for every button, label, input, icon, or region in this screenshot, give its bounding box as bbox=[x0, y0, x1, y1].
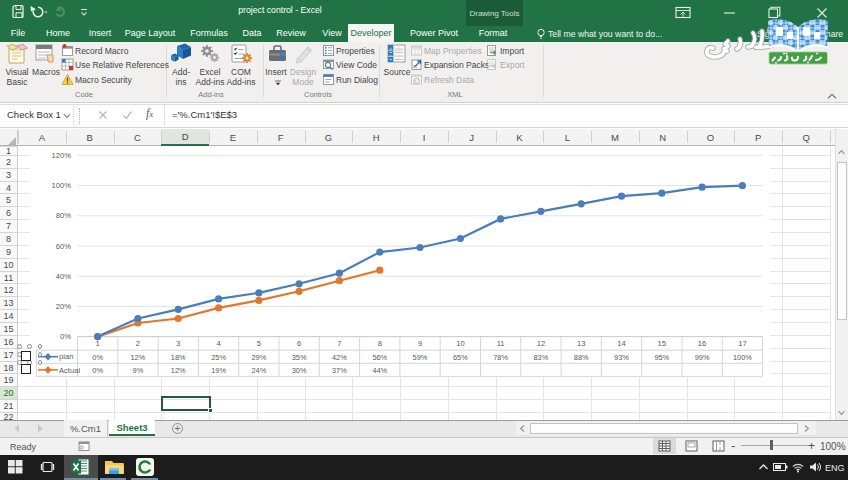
svg-text:59%: 59% bbox=[413, 353, 428, 362]
svg-text:9: 9 bbox=[418, 339, 422, 348]
svg-text:83%: 83% bbox=[534, 353, 549, 362]
svg-text:10: 10 bbox=[456, 339, 464, 348]
svg-text:120%: 120% bbox=[52, 151, 72, 160]
svg-text:7: 7 bbox=[337, 339, 341, 348]
svg-text:19%: 19% bbox=[211, 366, 226, 375]
svg-text:0%: 0% bbox=[60, 332, 71, 341]
svg-text:25%: 25% bbox=[211, 353, 226, 362]
svg-text:11: 11 bbox=[497, 339, 505, 348]
svg-text:12%: 12% bbox=[131, 353, 146, 362]
svg-text:100%: 100% bbox=[733, 353, 752, 362]
svg-text:plan: plan bbox=[59, 352, 73, 361]
svg-text:0%: 0% bbox=[92, 366, 103, 375]
svg-text:3: 3 bbox=[176, 339, 180, 348]
svg-text:17: 17 bbox=[738, 339, 746, 348]
svg-text:60%: 60% bbox=[56, 242, 71, 251]
svg-text:44%: 44% bbox=[372, 366, 387, 375]
svg-text:29%: 29% bbox=[252, 353, 267, 362]
svg-text:0%: 0% bbox=[92, 353, 103, 362]
svg-text:37%: 37% bbox=[332, 366, 347, 375]
svg-text:8: 8 bbox=[378, 339, 382, 348]
svg-text:40%: 40% bbox=[56, 272, 71, 281]
svg-text:12%: 12% bbox=[171, 366, 186, 375]
svg-text:30%: 30% bbox=[292, 366, 307, 375]
svg-text:16: 16 bbox=[698, 339, 706, 348]
svg-text:2: 2 bbox=[136, 339, 140, 348]
svg-text:15: 15 bbox=[658, 339, 666, 348]
svg-text:100%: 100% bbox=[52, 181, 72, 190]
svg-text:4: 4 bbox=[216, 339, 220, 348]
svg-text:65%: 65% bbox=[453, 353, 468, 362]
svg-text:99%: 99% bbox=[695, 353, 710, 362]
svg-text:80%: 80% bbox=[56, 211, 71, 220]
svg-text:78%: 78% bbox=[493, 353, 508, 362]
svg-text:95%: 95% bbox=[654, 353, 669, 362]
svg-text:88%: 88% bbox=[574, 353, 589, 362]
svg-text:14: 14 bbox=[617, 339, 625, 348]
svg-text:Actual: Actual bbox=[59, 366, 80, 375]
svg-text:24%: 24% bbox=[252, 366, 267, 375]
svg-text:93%: 93% bbox=[614, 353, 629, 362]
svg-text:42%: 42% bbox=[332, 353, 347, 362]
svg-text:56%: 56% bbox=[372, 353, 387, 362]
svg-text:13: 13 bbox=[577, 339, 585, 348]
svg-text:35%: 35% bbox=[292, 353, 307, 362]
svg-text:9%: 9% bbox=[133, 366, 144, 375]
svg-text:12: 12 bbox=[537, 339, 545, 348]
svg-text:20%: 20% bbox=[56, 302, 71, 311]
svg-text:18%: 18% bbox=[171, 353, 186, 362]
svg-text:5: 5 bbox=[257, 339, 261, 348]
svg-text:6: 6 bbox=[297, 339, 301, 348]
